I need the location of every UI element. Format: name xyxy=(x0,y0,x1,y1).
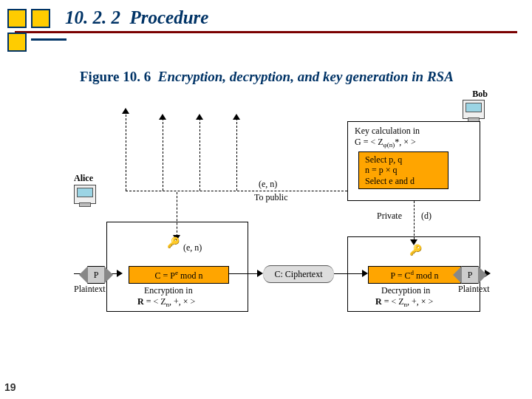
dashed-line xyxy=(126,111,126,191)
enc-ring-label: R = < Zn, +, × > xyxy=(137,296,195,308)
decoration-square xyxy=(7,33,27,52)
ciphertext-cylinder: C: Ciphertext xyxy=(263,265,334,283)
p-symbol-block: P xyxy=(87,266,105,284)
enc-en-label: (e, n) xyxy=(183,242,202,253)
dashed-line xyxy=(126,191,347,191)
section-number: 10. 2. 2 xyxy=(65,7,120,27)
dashed-line xyxy=(236,118,237,191)
arrow-up-icon xyxy=(233,114,240,120)
enc-formula-box: C = Pe mod n xyxy=(129,266,229,284)
keycalc-line1: Key calculation in xyxy=(355,126,420,137)
decoration-bar xyxy=(31,38,66,41)
arrow-up-icon xyxy=(159,114,166,120)
p-symbol-block: P xyxy=(461,266,479,284)
dec-ring-label: R = < Zn, +, × > xyxy=(375,296,433,308)
dashed-line xyxy=(163,118,163,191)
private-d: (d) xyxy=(421,211,432,222)
decryption-in-label: Decryption in xyxy=(381,285,430,296)
slide-number: 19 xyxy=(4,381,16,393)
computer-icon xyxy=(74,185,96,204)
plaintext-label: Plaintext xyxy=(74,284,106,295)
arrow-right-icon xyxy=(257,270,263,277)
private-label: Private xyxy=(377,211,402,222)
decoration-square xyxy=(7,9,27,28)
header-underline xyxy=(15,31,517,33)
to-public-label: To public xyxy=(254,192,288,203)
plaintext-out-label: Plaintext xyxy=(458,284,490,295)
dec-formula-box: P = Cd mod n xyxy=(368,266,461,284)
section-heading: 10. 2. 2 Procedure xyxy=(65,7,517,28)
n-formula: n = p × q xyxy=(365,165,446,175)
section-title: Procedure xyxy=(130,7,209,27)
dashed-line xyxy=(414,201,415,239)
select-pq: Select p, q xyxy=(365,154,446,165)
select-ed: Select e and d xyxy=(365,176,446,186)
arrow-up-icon xyxy=(196,114,203,120)
dashed-line xyxy=(177,192,177,236)
key-icon: 🔑 xyxy=(167,236,180,249)
rsa-diagram: Bob Key calculation in G = < Zφ(n)*, × >… xyxy=(74,89,488,340)
arrow-up-icon xyxy=(122,108,129,114)
slide-header: 10. 2. 2 Procedure xyxy=(0,7,517,33)
figure-ref: Figure 10. 6 xyxy=(80,69,151,84)
alice-label: Alice xyxy=(74,173,93,184)
encryption-in-label: Encryption in xyxy=(144,285,193,296)
en-label: (e, n) xyxy=(259,179,277,190)
figure-text: Encryption, decryption, and key generati… xyxy=(158,69,454,84)
computer-icon xyxy=(463,100,485,119)
arrow-right-icon xyxy=(117,270,123,277)
bob-label: Bob xyxy=(472,89,488,100)
arrow-line xyxy=(229,273,260,274)
keycalc-g: G = < Zφ(n)*, × > xyxy=(355,137,416,149)
decoration-square xyxy=(31,9,50,28)
figure-caption: Figure 10. 6 Encryption, decryption, and… xyxy=(80,69,454,85)
dashed-line xyxy=(200,118,200,191)
select-pq-box: Select p, q n = p × q Select e and d xyxy=(358,151,449,189)
